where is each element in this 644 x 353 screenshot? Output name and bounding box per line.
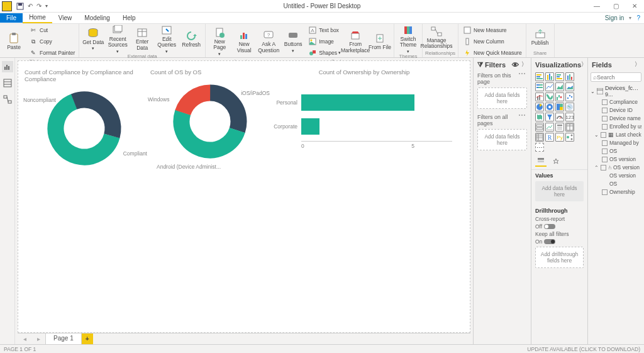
field-enrolled[interactable]: Enrolled by us... [591, 123, 641, 131]
field-os-version-child[interactable]: OS version [591, 172, 641, 180]
redo-icon[interactable]: ↷ [36, 3, 42, 9]
visual-os-donut[interactable]: Count of OS by OS iOS/iPadOS Windows And… [150, 69, 270, 162]
filled-map-icon[interactable] [535, 113, 544, 121]
fields-tab-icon[interactable] [535, 157, 547, 167]
visual-ownership-bar[interactable]: Count of Ownership by Ownership Personal… [270, 69, 458, 149]
textbox-button[interactable]: AText box [306, 25, 342, 36]
recent-sources-button[interactable]: Recent Sources▾ [106, 25, 129, 53]
gauge-icon[interactable] [555, 113, 564, 121]
r-visual-icon[interactable]: R [545, 133, 554, 142]
import-visual-icon[interactable]: ⋯ [535, 143, 544, 152]
from-marketplace-button[interactable]: From Marketplace [344, 25, 367, 59]
field-os-version[interactable]: OS version [591, 155, 641, 164]
more-icon[interactable]: ⋯ [517, 114, 527, 126]
field-ownership[interactable]: Ownership [591, 188, 641, 196]
field-compliance[interactable]: Compliance [591, 98, 641, 106]
multi-card-icon[interactable] [535, 123, 544, 132]
report-canvas[interactable]: Count of Compliance by Compliance and Co… [18, 60, 470, 333]
field-device-id[interactable]: Device ID [591, 106, 641, 115]
field-device-name[interactable]: Device name [591, 115, 641, 123]
filter-onpage-well[interactable]: Add data fields here [477, 87, 527, 109]
shapes-button[interactable]: Shapes▾ [306, 47, 342, 59]
table-icon[interactable] [565, 123, 574, 132]
cut-button[interactable]: ✄Cut [27, 25, 76, 36]
field-last-checkin[interactable]: ⌄▦Last check-in [591, 131, 641, 139]
menu-view[interactable]: View [52, 13, 79, 23]
qat-dropdown-icon[interactable]: ▾ [45, 3, 48, 9]
pie-icon[interactable] [535, 103, 544, 111]
switch-theme-button[interactable]: Switch Theme▾ [397, 25, 419, 53]
field-os-child[interactable]: OS [591, 180, 641, 188]
table-node[interactable]: ⌄Devices_fc2320d2-9... [591, 84, 641, 98]
line-chart-icon[interactable] [545, 82, 554, 91]
fields-search-input[interactable] [597, 74, 639, 81]
hundred-bar-icon[interactable] [535, 82, 544, 91]
filter-allpages-well[interactable]: Add data fields here [477, 129, 527, 150]
visual-compliance-donut[interactable]: Count of Compliance by Compliance and Co… [25, 69, 144, 169]
clustered-bar-icon[interactable] [555, 72, 564, 81]
from-file-button[interactable]: From File [369, 25, 391, 59]
add-page-button[interactable]: + [82, 333, 93, 344]
more-icon[interactable]: ⋯ [517, 72, 527, 85]
cross-report-toggle[interactable] [544, 224, 555, 229]
field-os-version-hi[interactable]: ⌃⑃OS version Hi... [591, 164, 641, 172]
new-measure-button[interactable]: New Measure [461, 25, 523, 36]
stacked-column-icon[interactable] [545, 72, 554, 81]
close-window-button[interactable]: ✕ [625, 0, 644, 13]
signin-link[interactable]: Sign in [605, 14, 625, 21]
collapse-filters-icon[interactable]: 〉 [521, 60, 527, 69]
format-painter-button[interactable]: ✎Format Painter [27, 47, 76, 59]
page-prev-button[interactable]: ◂ [18, 333, 31, 344]
maximize-button[interactable]: ▢ [606, 0, 625, 13]
report-view-button[interactable] [2, 61, 13, 72]
get-data-button[interactable]: Get Data▾ [82, 25, 104, 53]
enter-data-button[interactable]: Enter Data [131, 25, 153, 53]
collapse-vis-icon[interactable]: 〉 [581, 60, 587, 69]
new-column-button[interactable]: New Column [461, 36, 523, 47]
chevron-down-icon[interactable]: ▾ [629, 15, 631, 21]
stacked-bar-icon[interactable] [535, 72, 544, 81]
edit-queries-button[interactable]: Edit Queries▾ [155, 25, 178, 53]
line-column-icon[interactable] [535, 92, 544, 101]
paste-button[interactable]: Paste [3, 25, 25, 59]
collapse-fields-icon[interactable]: 〉 [635, 60, 640, 69]
image-button[interactable]: Image [306, 36, 342, 47]
values-well[interactable]: Add data fields here [535, 181, 584, 201]
copy-button[interactable]: ⧉Copy [27, 36, 76, 47]
fields-search[interactable]: ⌕ [591, 72, 641, 82]
new-visual-button[interactable]: New Visual [233, 25, 255, 59]
clustered-column-icon[interactable] [565, 72, 574, 81]
waterfall-icon[interactable] [555, 92, 564, 101]
undo-icon[interactable]: ↶ [28, 3, 33, 9]
publish-button[interactable]: Publish [529, 25, 552, 50]
manage-relationships-button[interactable]: Manage Relationships [425, 25, 448, 50]
kpi-icon[interactable] [545, 123, 554, 132]
new-page-button[interactable]: New Page▾ [208, 25, 231, 59]
donut-icon[interactable] [545, 103, 554, 111]
page-next-button[interactable]: ▸ [31, 333, 45, 344]
data-view-button[interactable] [2, 77, 13, 89]
help-icon[interactable]: ? [636, 14, 640, 21]
ribbon-chart-icon[interactable] [545, 92, 554, 101]
scatter-icon[interactable] [565, 92, 574, 101]
refresh-button[interactable]: Refresh [180, 25, 203, 53]
key-influencers-icon[interactable] [565, 133, 574, 142]
matrix-icon[interactable] [535, 133, 544, 142]
page-tab-1[interactable]: Page 1 [45, 333, 82, 344]
menu-help[interactable]: Help [116, 13, 142, 23]
card-icon[interactable]: 123 [565, 113, 574, 121]
treemap-icon[interactable] [555, 103, 564, 111]
field-os[interactable]: OS [591, 147, 641, 155]
model-view-button[interactable] [2, 94, 13, 105]
field-managed[interactable]: Managed by [591, 139, 641, 147]
eye-icon[interactable]: 👁 [512, 61, 519, 69]
drillthrough-well[interactable]: Add drillthrough fields here [535, 247, 584, 268]
area-chart-icon[interactable] [555, 82, 564, 91]
update-available-link[interactable]: UPDATE AVAILABLE (CLICK TO DOWNLOAD) [527, 346, 640, 352]
slicer-icon[interactable] [555, 123, 564, 132]
save-icon[interactable] [16, 3, 24, 10]
format-tab-icon[interactable] [550, 157, 562, 167]
buttons-button[interactable]: Buttons▾ [282, 25, 304, 59]
menu-modeling[interactable]: Modeling [78, 13, 116, 23]
menu-home[interactable]: Home [23, 13, 52, 23]
